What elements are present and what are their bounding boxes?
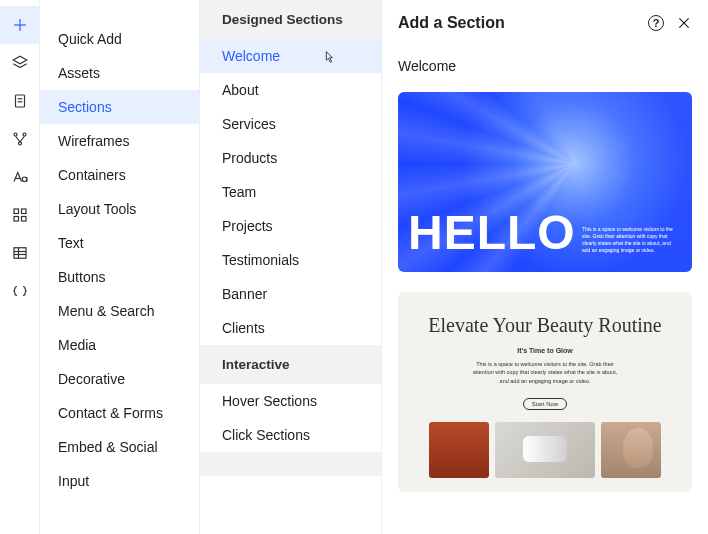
sidebar-item-contact-forms[interactable]: Contact & Forms: [40, 396, 199, 430]
beauty-cta-button: Start Now: [523, 398, 567, 410]
section-item-welcome[interactable]: Welcome: [200, 39, 381, 73]
section-item-hover[interactable]: Hover Sections: [200, 384, 381, 418]
beauty-title: Elevate Your Beauty Routine: [416, 314, 674, 337]
secondary-sidebar: Designed Sections Welcome About Services…: [200, 0, 382, 534]
section-preview-beauty[interactable]: Elevate Your Beauty Routine It's Time to…: [398, 292, 692, 492]
sidebar-item-decorative[interactable]: Decorative: [40, 362, 199, 396]
rail-plus-icon[interactable]: [0, 6, 40, 44]
svg-rect-15: [21, 217, 26, 222]
sidebar-item-text[interactable]: Text: [40, 226, 199, 260]
beauty-image-1: [429, 422, 489, 478]
beauty-image-row: [416, 422, 674, 478]
close-button[interactable]: [676, 15, 692, 31]
section-item-products[interactable]: Products: [200, 141, 381, 175]
section-item-testimonials[interactable]: Testimonials: [200, 243, 381, 277]
group-divider: [200, 452, 381, 476]
section-item-banner[interactable]: Banner: [200, 277, 381, 311]
svg-point-10: [22, 177, 27, 182]
section-item-label: Welcome: [222, 48, 280, 64]
sidebar-item-buttons[interactable]: Buttons: [40, 260, 199, 294]
rail-page-icon[interactable]: [0, 82, 40, 120]
rail-structure-icon[interactable]: [0, 120, 40, 158]
add-section-panel: Add a Section ? Welcome HELLO This is a …: [382, 0, 708, 534]
pointer-cursor-icon: [321, 49, 337, 68]
beauty-body-text: This is a space to welcome visitors to t…: [470, 360, 620, 385]
section-preview-hello[interactable]: HELLO This is a space to welcome visitor…: [398, 92, 692, 272]
sidebar-item-input[interactable]: Input: [40, 464, 199, 498]
section-item-services[interactable]: Services: [200, 107, 381, 141]
svg-point-7: [23, 133, 26, 136]
hello-headline: HELLO: [408, 205, 576, 260]
sidebar-item-containers[interactable]: Containers: [40, 158, 199, 192]
svg-point-6: [14, 133, 17, 136]
rail-grid-icon[interactable]: [0, 196, 40, 234]
panel-header: Add a Section ?: [398, 14, 692, 32]
sidebar-item-layout-tools[interactable]: Layout Tools: [40, 192, 199, 226]
help-button[interactable]: ?: [648, 15, 664, 31]
group-header-interactive: Interactive: [200, 345, 381, 384]
rail-table-icon[interactable]: [0, 234, 40, 272]
section-item-projects[interactable]: Projects: [200, 209, 381, 243]
hello-body-text: This is a space to welcome visitors to t…: [582, 226, 674, 254]
sidebar-item-assets[interactable]: Assets: [40, 56, 199, 90]
beauty-image-3: [601, 422, 661, 478]
group-header-designed: Designed Sections: [200, 0, 381, 39]
icon-rail: [0, 0, 40, 534]
rail-typography-icon[interactable]: [0, 158, 40, 196]
rail-layers-icon[interactable]: [0, 44, 40, 82]
sidebar-item-wireframes[interactable]: Wireframes: [40, 124, 199, 158]
svg-rect-12: [14, 209, 19, 214]
svg-marker-2: [13, 56, 27, 64]
svg-rect-3: [15, 95, 24, 107]
section-item-click[interactable]: Click Sections: [200, 418, 381, 452]
section-item-clients[interactable]: Clients: [200, 311, 381, 345]
sidebar-item-embed-social[interactable]: Embed & Social: [40, 430, 199, 464]
beauty-image-2: [495, 422, 595, 478]
sidebar-item-media[interactable]: Media: [40, 328, 199, 362]
svg-rect-13: [21, 209, 26, 214]
section-item-about[interactable]: About: [200, 73, 381, 107]
beauty-subtitle: It's Time to Glow: [416, 347, 674, 354]
rail-code-icon[interactable]: [0, 272, 40, 310]
svg-rect-14: [14, 217, 19, 222]
svg-rect-16: [14, 248, 26, 259]
sidebar-item-menu-search[interactable]: Menu & Search: [40, 294, 199, 328]
panel-title: Add a Section: [398, 14, 505, 32]
primary-sidebar: Quick Add Assets Sections Wireframes Con…: [40, 0, 200, 534]
section-item-team[interactable]: Team: [200, 175, 381, 209]
sidebar-item-quick-add[interactable]: Quick Add: [40, 22, 199, 56]
sidebar-item-sections[interactable]: Sections: [40, 90, 199, 124]
panel-subtitle: Welcome: [398, 58, 692, 74]
